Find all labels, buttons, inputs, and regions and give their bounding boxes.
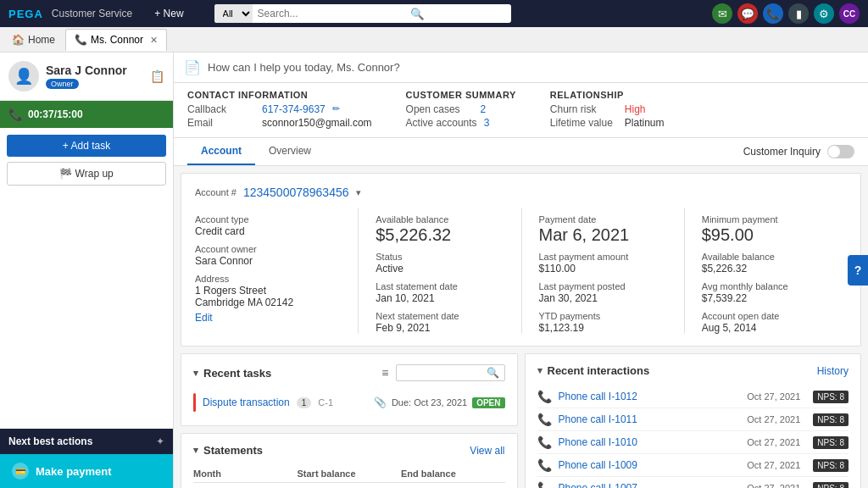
statements-col-end: End balance [401, 469, 505, 479]
address-edit-link[interactable]: Edit [195, 312, 341, 324]
list-item: 📞 Phone call I-1007 Oct 27, 2021 NPS: 8 [537, 477, 849, 488]
email-icon[interactable]: ✉ [712, 3, 732, 24]
recent-tasks-title: ▾ Recent tasks [193, 367, 271, 380]
wrap-up-button[interactable]: 🏁 Wrap up [7, 162, 166, 186]
statements-title-text: Statements [203, 444, 263, 457]
search-button[interactable]: 🔍 [405, 8, 430, 20]
statements-view-all[interactable]: View all [470, 445, 504, 457]
home-icon: 🏠 [12, 34, 25, 46]
task-search-input[interactable] [402, 368, 487, 378]
home-tab[interactable]: 🏠 Home [5, 30, 62, 49]
main-layout: 👤 Sara J Connor Owner 📋 📞 00:37/15:00 + … [0, 53, 868, 488]
make-payment-label: Make payment [36, 465, 112, 478]
callback-label: Callback [187, 103, 255, 115]
new-button[interactable]: + New [149, 6, 188, 21]
interactions-header: ▾ Recent interactions History [537, 364, 849, 377]
search-bar: All 🔍 [214, 4, 511, 23]
customer-info: 👤 Sara J Connor Owner 📋 [0, 53, 173, 101]
edit-callback-icon[interactable]: ✏ [332, 103, 340, 115]
tasks-filter-icon[interactable]: ≡ [381, 366, 388, 380]
status-label: Status [376, 252, 504, 262]
address-line1: 1 Rogers Street [195, 285, 341, 297]
relationship-title: RELATIONSHIP [550, 90, 665, 100]
customer-summary-block: CUSTOMER SUMMARY Open cases 2 Active acc… [406, 90, 516, 130]
prompt-bar: 📄 How can I help you today, Ms. Connor? [174, 53, 868, 83]
next-statement-value: Feb 9, 2021 [376, 322, 504, 334]
nba-star-icon[interactable]: ✦ [156, 435, 164, 447]
account-owner-value: Sara Connor [195, 255, 341, 267]
interaction-date-4: Oct 27, 2021 [747, 483, 806, 488]
customer-inquiry-label: Customer Inquiry [743, 146, 821, 158]
task-due-date: Due: Oct 23, 2021 [392, 397, 467, 408]
last-statement-label: Last statement date [376, 281, 504, 291]
customer-inquiry-toggle[interactable] [827, 145, 854, 158]
account-chevron-icon[interactable]: ▾ [356, 187, 361, 198]
interaction-name-4[interactable]: Phone call I-1007 [559, 482, 741, 488]
status-value: Active [376, 263, 504, 274]
interaction-date-3: Oct 27, 2021 [747, 460, 806, 470]
right-section: ▾ Recent interactions History 📞 Phone ca… [525, 353, 862, 488]
history-link[interactable]: History [817, 365, 849, 377]
tasks-title-text: Recent tasks [203, 367, 271, 380]
call-phone-icon: 📞 [8, 108, 23, 121]
account-content: Account # 1234500078963456 ▾ Account typ… [174, 166, 868, 488]
payment-date-label: Payment date [539, 214, 667, 225]
search-input[interactable] [253, 8, 405, 19]
search-filter[interactable]: All [214, 4, 253, 23]
tasks-chevron-icon[interactable]: ▾ [193, 368, 198, 379]
interaction-name-1[interactable]: Phone call I-1011 [559, 413, 741, 425]
account-type-value: Credit card [195, 225, 341, 237]
chat-icon[interactable]: 💬 [737, 3, 758, 24]
prompt-icon: 📄 [184, 59, 201, 75]
account-number-value[interactable]: 1234500078963456 [243, 186, 349, 199]
churn-risk-value: High [625, 103, 646, 115]
content-area: 📄 How can I help you today, Ms. Connor? … [174, 53, 868, 488]
make-payment-button[interactable]: 💳 Make payment [0, 454, 173, 488]
user-avatar-icon[interactable]: CC [839, 3, 860, 24]
recent-tasks-header: ▾ Recent tasks ≡ 🔍 [193, 364, 505, 381]
top-nav: PEGA Customer Service + New All 🔍 ✉ 💬 📞 … [0, 0, 868, 27]
interactions-chevron-icon[interactable]: ▾ [537, 365, 542, 376]
interaction-date-2: Oct 27, 2021 [747, 437, 806, 447]
tab-close-button[interactable]: ✕ [150, 35, 158, 46]
interactions-title-text: Recent interactions [548, 364, 650, 377]
email-label: Email [187, 117, 255, 129]
app-name: Customer Service [52, 8, 132, 19]
call-timer-value: 00:37/15:00 [28, 108, 83, 120]
account-open-date-value: Aug 5, 2014 [702, 322, 830, 334]
available-balance-right-value: $5,226.32 [702, 263, 830, 274]
ytd-payments-label: YTD payments [539, 311, 667, 321]
payment-date-value: Mar 6, 2021 [539, 225, 667, 245]
task-name[interactable]: Dispute transaction [203, 396, 290, 408]
last-payment-amount-value: $110.00 [539, 263, 667, 274]
min-payment-label: Minimum payment [702, 214, 830, 225]
statements-chevron-icon[interactable]: ▾ [193, 445, 198, 456]
interaction-phone-icon-1: 📞 [537, 413, 552, 426]
nba-label: Next best actions [8, 435, 92, 447]
account-col-1: Account type Credit card Account owner S… [195, 208, 358, 334]
interaction-name-3[interactable]: Phone call I-1009 [559, 459, 741, 471]
interaction-date-0: Oct 27, 2021 [747, 391, 806, 402]
tab-overview[interactable]: Overview [255, 138, 325, 165]
battery-icon[interactable]: ▮ [788, 3, 809, 24]
add-task-button[interactable]: + Add task [7, 135, 166, 157]
interaction-name-0[interactable]: Phone call I-1012 [559, 391, 741, 402]
callback-value: 617-374-9637 [262, 103, 326, 115]
customer-tab[interactable]: 📞 Ms. Connor ✕ [65, 29, 167, 51]
edit-customer-icon[interactable]: 📋 [150, 69, 164, 83]
phone-nav-icon[interactable]: 📞 [763, 3, 783, 24]
bottom-grid: ▾ Recent tasks ≡ 🔍 [181, 353, 861, 488]
content-tabs: Account Overview Customer Inquiry [174, 138, 868, 166]
tab-account[interactable]: Account [187, 138, 255, 165]
address-line2: Cambridge MA 02142 [195, 297, 341, 308]
help-button[interactable]: ? [848, 255, 868, 286]
make-payment-icon: 💳 [12, 463, 29, 480]
table-row: Dispute transaction 1 C-1 📎 Due: Oct 23,… [193, 390, 505, 415]
recent-interactions-card: ▾ Recent interactions History 📞 Phone ca… [525, 353, 862, 488]
available-balance-value: $5,226.32 [376, 225, 504, 245]
sidebar-buttons: + Add task 🏁 Wrap up [0, 128, 173, 192]
relationship-block: RELATIONSHIP Churn risk High Lifetime va… [550, 90, 665, 130]
settings-icon[interactable]: ⚙ [814, 3, 834, 24]
interaction-name-2[interactable]: Phone call I-1010 [559, 436, 741, 448]
statements-section: ▾ Statements View all Month Start balanc… [181, 433, 518, 488]
